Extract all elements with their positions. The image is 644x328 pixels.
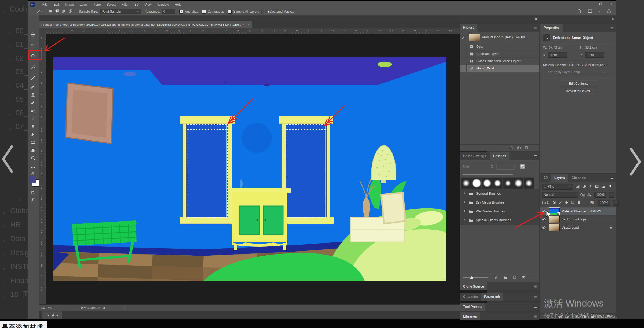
- panel-menu-icon[interactable]: [533, 26, 537, 30]
- sidebar-item-Finan[interactable]: Finan: [2, 275, 28, 286]
- layer-row-1[interactable]: Material Channel_L3D186S...: [540, 207, 616, 215]
- lock-all-icon[interactable]: [577, 201, 581, 205]
- chevron-right-icon[interactable]: [2, 250, 6, 255]
- brush-tip[interactable]: [471, 177, 482, 189]
- layer-fx-icon[interactable]: fx: [566, 315, 570, 319]
- sidebar-item-Globa[interactable]: Globa: [2, 205, 28, 216]
- brush-size-input[interactable]: [496, 164, 515, 170]
- layer-mask-icon[interactable]: [574, 315, 578, 319]
- sidebar-item-blank[interactable]: [8, 135, 28, 146]
- delete-layer-icon[interactable]: [606, 315, 610, 319]
- type-layer-filter-icon[interactable]: T: [588, 184, 592, 189]
- chevron-right-icon[interactable]: [2, 223, 6, 227]
- chevron-right-icon[interactable]: [2, 237, 6, 241]
- chevron-right-icon[interactable]: [2, 278, 6, 283]
- chevron-right-icon[interactable]: [18, 195, 22, 200]
- chevron-down-icon[interactable]: [8, 124, 12, 129]
- chevron-right-icon[interactable]: [8, 56, 12, 60]
- chevron-right-icon[interactable]: [2, 292, 6, 297]
- restore-button[interactable]: [599, 2, 603, 7]
- shape-tool[interactable]: [30, 139, 36, 146]
- sidebar-item-06_[interactable]: 06_: [8, 108, 28, 118]
- sidebar-item-02_[interactable]: 02_: [8, 53, 28, 64]
- lock-artboard-icon[interactable]: [571, 201, 575, 205]
- edit-contents-button[interactable]: Edit Contents: [560, 81, 597, 86]
- panel-menu-icon[interactable]: [533, 154, 537, 159]
- brush-folder-general-brushes[interactable]: General Brushes: [460, 189, 539, 198]
- chevron-down-icon[interactable]: [8, 138, 12, 142]
- marquee-tool[interactable]: [30, 42, 36, 49]
- checkbox-anti-alias[interactable]: ✓Anti-alias: [179, 10, 198, 14]
- brush-tip[interactable]: [482, 177, 492, 189]
- menu-image[interactable]: Image: [65, 3, 74, 6]
- link-layers-icon[interactable]: [558, 315, 562, 319]
- sidebar-item-03_[interactable]: 03_: [8, 67, 28, 77]
- workspace-switcher-icon[interactable]: [588, 9, 592, 14]
- menu-select[interactable]: Select: [107, 3, 115, 6]
- history-state-row[interactable]: Magic Wand: [460, 65, 539, 72]
- fill-input[interactable]: 100%: [598, 200, 610, 206]
- close-button[interactable]: [610, 2, 613, 7]
- chevron-right-icon[interactable]: [8, 83, 12, 88]
- intersect-selection-button[interactable]: [68, 9, 72, 14]
- search-icon[interactable]: [577, 9, 582, 14]
- subtract-selection-button[interactable]: [62, 9, 66, 14]
- panel-menu-icon[interactable]: [533, 315, 537, 319]
- collapse-panels-icon[interactable]: [534, 17, 538, 21]
- kind-filter-select[interactable]: Kind: [542, 184, 573, 190]
- menu-3d[interactable]: 3D: [134, 3, 138, 6]
- chevron-right-icon[interactable]: [2, 209, 6, 213]
- tolerance-input[interactable]: 0: [162, 9, 175, 14]
- brush-tip[interactable]: [513, 177, 524, 189]
- sidebar-item-00_[interactable]: 00_: [8, 25, 28, 36]
- sidebar-item-07_[interactable]: 07_: [8, 121, 28, 132]
- brush-tool[interactable]: [30, 83, 36, 90]
- tab-brush-settings[interactable]: Brush Settings: [460, 152, 489, 160]
- brush-tip[interactable]: [492, 177, 503, 189]
- lock-position-icon[interactable]: [565, 201, 568, 205]
- new-document-from-state-button[interactable]: [509, 146, 513, 150]
- panel-menu-icon[interactable]: [533, 305, 537, 309]
- layer-name[interactable]: Background: [562, 226, 607, 229]
- select-and-mask-button[interactable]: Select and Mask...: [264, 9, 297, 14]
- quick-mask-button[interactable]: [30, 189, 36, 196]
- sidebar-item-04_[interactable]: 04_: [8, 80, 28, 91]
- collapse-panels-icon[interactable]: [611, 17, 614, 21]
- menu-layer[interactable]: Layer: [80, 3, 88, 6]
- layer-row-2[interactable]: Background copy: [540, 215, 616, 223]
- sidebar-item-INSTE[interactable]: INSTE: [2, 261, 28, 272]
- bullet-icon[interactable]: [2, 264, 6, 269]
- sample-size-select[interactable]: Point Sample: [100, 9, 141, 14]
- status-chevron-icon[interactable]: 〉: [124, 306, 127, 310]
- y-input[interactable]: 0 cm: [585, 52, 604, 58]
- preview-size-slider[interactable]: [463, 277, 488, 278]
- lock-transparent-icon[interactable]: [552, 201, 556, 205]
- share-icon[interactable]: [607, 9, 611, 14]
- new-group-icon[interactable]: [590, 315, 594, 319]
- edit-toolbar[interactable]: [30, 164, 36, 171]
- layer-row-3[interactable]: Background: [540, 223, 616, 231]
- chevron-right-icon[interactable]: [8, 70, 12, 74]
- brush-tip[interactable]: [461, 177, 471, 189]
- menu-window[interactable]: Window: [158, 3, 169, 6]
- opacity-input[interactable]: 100%: [594, 192, 606, 198]
- path-select-tool[interactable]: [30, 131, 36, 138]
- tab-properties[interactable]: Properties: [540, 24, 563, 32]
- panel-menu-icon[interactable]: [533, 285, 537, 289]
- eraser-tool[interactable]: [30, 99, 36, 106]
- layer-visibility-eye-icon[interactable]: [540, 216, 547, 223]
- tab-paragraph[interactable]: Paragraph: [481, 293, 503, 301]
- convert-to-linked-button[interactable]: Convert to Linked...: [560, 89, 597, 94]
- canvas-image[interactable]: [53, 57, 446, 281]
- magic-wand-tool[interactable]: [30, 64, 36, 71]
- tab-channels[interactable]: Channels: [568, 174, 589, 182]
- brush-tip[interactable]: [524, 177, 534, 189]
- lock-paint-icon[interactable]: [559, 201, 562, 205]
- chevron-right-icon[interactable]: [8, 111, 12, 115]
- brush-folder-wet-media-brushes[interactable]: Wet Media Brushes: [460, 207, 539, 216]
- new-selection-button[interactable]: [48, 9, 52, 14]
- layer-visibility-eye-icon[interactable]: [540, 208, 547, 215]
- new-layer-icon[interactable]: [598, 315, 602, 319]
- menu-file[interactable]: File: [42, 3, 47, 6]
- checkbox-contiguous[interactable]: Contiguous: [202, 10, 224, 14]
